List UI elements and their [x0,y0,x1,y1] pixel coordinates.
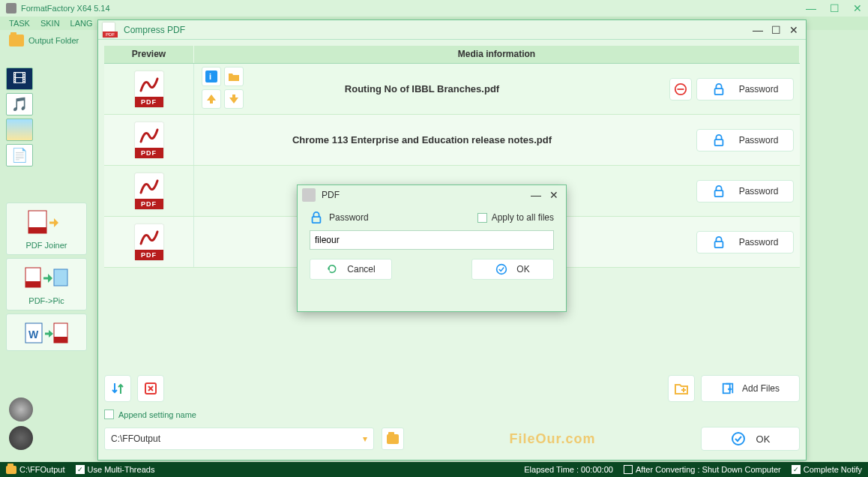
tool-label: PDF->Pic [28,296,64,305]
tool-pdf-joiner[interactable]: PDF Joiner [6,202,87,255]
svg-rect-14 [714,140,723,146]
browse-folder-button[interactable] [382,428,404,450]
password-button[interactable]: Password [696,78,794,100]
svg-point-19 [732,433,744,445]
apply-all-checkbox[interactable] [477,213,487,223]
svg-rect-1 [28,227,46,233]
elapsed-time: Elapsed Time : 00:00:00 [524,465,613,474]
svg-rect-20 [313,217,321,223]
password-dialog: PDF — ✕ Password Apply to all files file… [297,184,567,312]
menu-task[interactable]: TASK [9,19,30,28]
lock-icon [310,211,323,224]
chevron-down-icon: ▾ [363,434,367,444]
modal-minimize-button[interactable]: — [528,188,543,202]
table-row[interactable]: PDF Chrome 113 Enterprise and Education … [104,115,800,166]
output-dest-dropdown[interactable]: C:\FFOutput ▾ [104,428,374,450]
disc-icon[interactable] [9,398,33,422]
tool-word-to-pdf[interactable]: W [6,314,87,351]
modal-ok-button[interactable]: OK [471,259,554,280]
tools-icon[interactable] [9,426,33,450]
filename-cell: Routing No of IBBL Branches.pdf [194,64,650,114]
minimize-button[interactable]: — [806,2,816,14]
video-category-icon[interactable]: 🎞 [6,68,33,90]
sort-button[interactable] [104,375,131,402]
add-folder-button[interactable] [668,375,695,402]
picture-category-icon[interactable] [6,118,33,141]
menu-lang[interactable]: LANG [70,19,93,28]
status-bar: C:\FFOutput ✓Use Multi-Threads Elapsed T… [0,462,868,477]
multi-threads-label: Use Multi-Threads [88,465,155,474]
append-setting-checkbox[interactable] [104,410,114,419]
side-tools: PDF Joiner PDF->Pic W [6,202,87,351]
shutdown-checkbox[interactable] [624,465,633,474]
pdf-thumbnail-icon: PDF [135,224,163,260]
multi-threads-checkbox[interactable]: ✓ [76,465,85,474]
child-close-button[interactable]: ✕ [786,23,801,37]
password-button[interactable]: Password [696,231,794,254]
pdf-thumbnail-icon: PDF [135,122,163,158]
status-path: C:\FFOutput [19,465,65,474]
info-button[interactable]: i [202,67,221,86]
password-button[interactable]: Password [696,180,794,202]
shutdown-label: After Converting : Shut Down Computer [636,465,781,474]
apply-all-label: Apply to all files [492,212,554,223]
child-minimize-button[interactable]: — [750,23,765,37]
pdf-thumbnail-icon: PDF [135,71,163,107]
notify-checkbox[interactable]: ✓ [792,465,801,474]
reorder-toolbar: i [202,67,254,109]
child-maximize-button[interactable]: ☐ [768,23,783,37]
table-header: Preview Media information [104,46,800,64]
svg-rect-15 [714,190,723,196]
svg-rect-8 [54,337,67,343]
audio-category-icon[interactable]: 🎵 [6,93,33,116]
modal-icon [302,188,316,202]
col-preview: Preview [104,46,194,63]
filename-cell: Chrome 113 Enterprise and Education rele… [194,115,650,165]
maximize-button[interactable]: ☐ [830,2,840,14]
svg-rect-3 [25,281,40,287]
app-icon [6,3,16,14]
modal-title: PDF [322,190,528,200]
child-ok-button[interactable]: OK [701,427,800,451]
modal-close-button[interactable]: ✕ [546,188,561,202]
open-button[interactable] [224,67,244,86]
notify-label: Complete Notify [804,465,862,474]
move-up-button[interactable] [202,89,221,109]
child-window-title: Compress PDF [124,25,750,35]
output-folder-label: Output Folder [28,36,79,45]
remove-file-button[interactable] [669,78,692,100]
add-files-button[interactable]: Add Files [701,375,800,402]
move-down-button[interactable] [224,89,244,109]
password-input[interactable]: fileour [310,230,554,250]
svg-text:W: W [28,328,39,340]
modal-cancel-button[interactable]: Cancel [310,259,392,280]
folder-icon[interactable] [6,466,16,474]
tool-label: PDF Joiner [25,241,67,250]
close-button[interactable]: ✕ [853,2,862,14]
col-media: Media information [194,46,800,63]
app-title: FormatFactory X64 5.14 [21,4,806,13]
menu-skin[interactable]: SKIN [40,19,60,28]
tool-pdf-to-pic[interactable]: PDF->Pic [6,258,87,310]
password-button[interactable]: Password [696,129,794,152]
watermark-text: FileOur.com [412,431,693,447]
svg-rect-16 [714,242,723,248]
main-titlebar: FormatFactory X64 5.14 — ☐ ✕ [0,0,868,16]
folder-icon[interactable] [9,34,24,46]
svg-rect-4 [54,269,67,286]
svg-text:i: i [209,72,211,81]
clear-all-button[interactable] [137,375,164,402]
svg-rect-13 [714,88,723,94]
svg-point-21 [497,265,507,274]
pdf-thumbnail-icon: PDF [135,173,163,209]
pdf-icon: PDF [103,22,118,38]
document-category-icon[interactable]: 📄 [6,144,33,166]
append-setting-label: Append setting name [118,410,196,419]
password-field-label: Password [329,212,369,223]
category-sidebar: 🎞 🎵 📄 [6,68,36,166]
